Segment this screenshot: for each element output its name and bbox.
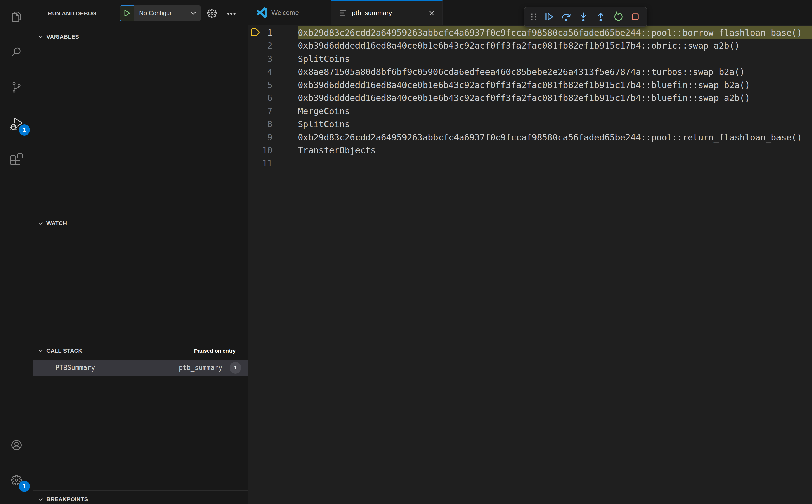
sidebar-title: RUN AND DEBUG — [48, 10, 96, 17]
sidebar-item-source-control[interactable] — [0, 75, 33, 99]
editor-gutter-cell[interactable]: 5 — [248, 78, 298, 92]
code-text: SplitCoins — [298, 118, 350, 131]
continue-button[interactable] — [540, 9, 558, 25]
code-text: 0x8ae871505a80d8bf6bf9c05906cda6edfeea46… — [298, 65, 745, 79]
debug-configuration-label: No Configur — [139, 10, 190, 17]
debug-launch-control: No Configur — [120, 5, 201, 21]
code-line[interactable]: 40x8ae871505a80d8bf6bf9c05906cda6edfeea4… — [248, 65, 812, 79]
section-header-variables[interactable]: VARIABLES — [33, 28, 248, 46]
sidebar-header: RUN AND DEBUG No Configur — [33, 0, 248, 27]
accounts-button[interactable] — [0, 433, 33, 457]
debug-current-line-arrow-icon — [251, 28, 261, 37]
debug-step-over-icon — [561, 11, 572, 22]
section-header-watch[interactable]: WATCH — [33, 214, 248, 232]
ellipsis-icon — [226, 8, 237, 19]
start-debugging-button[interactable] — [120, 5, 134, 21]
code-line[interactable]: 60xb39d6dddedd16ed8a40ce0b1e6b43c92acf0f… — [248, 92, 812, 105]
code-line[interactable]: 10xb29d83c26cdd2a64959263abbcfc4a6937f0c… — [248, 26, 812, 39]
editor-gutter-cell[interactable]: 2 — [248, 39, 298, 53]
editor-gutter-cell[interactable]: 9 — [248, 131, 298, 144]
step-out-button[interactable] — [592, 9, 609, 25]
search-icon — [10, 46, 23, 58]
chevron-down-icon — [37, 33, 44, 40]
close-tab-button[interactable] — [427, 8, 437, 18]
toolbar-drag-handle[interactable] — [527, 9, 540, 25]
code-text: 0xb29d83c26cdd2a64959263abbcfc4a6937f0c9… — [298, 26, 812, 39]
editor-gutter-cell[interactable]: 10 — [248, 144, 298, 157]
section-header-call-stack[interactable]: CALL STACK Paused on entry — [33, 342, 248, 360]
code-line[interactable]: 10TransferObjects — [248, 144, 812, 157]
tab-ptb-summary[interactable]: ptb_summary — [331, 0, 443, 25]
stack-frame-name: PTBSummary — [55, 364, 95, 372]
line-number: 5 — [267, 80, 298, 90]
section-label: BREAKPOINTS — [46, 496, 88, 503]
views-more-actions-button[interactable] — [226, 8, 237, 19]
section-label: VARIABLES — [46, 33, 79, 40]
code-text: 0xb39d6dddedd16ed8a40ce0b1e6b43c92acf0ff… — [298, 92, 750, 105]
tab-label: ptb_summary — [352, 9, 392, 17]
debug-configuration-dropdown[interactable]: No Configur — [134, 5, 201, 21]
sidebar-item-run-and-debug[interactable]: 1 — [0, 112, 33, 136]
debug-step-into-icon — [578, 11, 589, 22]
sidebar-item-extensions[interactable] — [0, 147, 33, 171]
settings-button[interactable]: 1 — [0, 468, 33, 492]
line-number: 10 — [262, 145, 298, 155]
code-text: 0xb39d6dddedd16ed8a40ce0b1e6b43c92acf0ff… — [298, 39, 740, 53]
debug-stop-icon — [630, 11, 641, 22]
line-number: 2 — [267, 41, 298, 51]
line-number: 11 — [262, 158, 298, 169]
code-line[interactable]: 50xb39d6dddedd16ed8a40ce0b1e6b43c92acf0f… — [248, 78, 812, 92]
editor-gutter-cell[interactable]: 6 — [248, 92, 298, 105]
source-control-icon — [10, 81, 23, 93]
account-icon — [10, 439, 23, 451]
close-icon — [428, 9, 436, 17]
code-text: TransferObjects — [298, 144, 376, 157]
tab-label: Welcome — [271, 9, 299, 17]
editor-gutter-cell[interactable]: 4 — [248, 65, 298, 79]
sidebar-item-explorer[interactable] — [0, 5, 33, 29]
editor-gutter-cell[interactable]: 8 — [248, 118, 298, 131]
debug-step-out-icon — [596, 11, 606, 22]
call-stack-frame-row[interactable]: PTBSummary ptb_summary 1 — [33, 360, 248, 376]
files-icon — [10, 11, 23, 23]
code-editor[interactable]: 10xb29d83c26cdd2a64959263abbcfc4a6937f0c… — [248, 25, 812, 504]
section-header-breakpoints[interactable]: BREAKPOINTS — [33, 490, 248, 504]
step-into-button[interactable] — [575, 9, 592, 25]
play-icon — [122, 8, 132, 18]
code-lines: 10xb29d83c26cdd2a64959263abbcfc4a6937f0c… — [248, 26, 812, 170]
step-over-button[interactable] — [558, 9, 575, 25]
settings-badge: 1 — [19, 481, 30, 492]
debug-continue-icon — [544, 11, 554, 22]
line-number: 6 — [267, 93, 298, 103]
restart-button[interactable] — [609, 9, 627, 25]
code-text: SplitCoins — [298, 52, 350, 65]
call-stack-status: Paused on entry — [194, 348, 248, 354]
chevron-down-icon — [37, 348, 44, 354]
code-line[interactable]: 8SplitCoins — [248, 118, 812, 131]
line-number: 1 — [267, 28, 298, 38]
code-line[interactable]: 11 — [248, 157, 812, 170]
open-launch-json-button[interactable] — [207, 8, 217, 19]
stack-frame-line-badge: 1 — [229, 362, 241, 374]
run-debug-sidebar: RUN AND DEBUG No Configur — [33, 0, 248, 504]
editor-gutter-cell[interactable]: 1 — [248, 26, 298, 39]
code-text: 0xb29d83c26cdd2a64959263abbcfc4a6937f0c9… — [298, 131, 802, 144]
editor-gutter-cell[interactable]: 3 — [248, 52, 298, 65]
line-number: 7 — [267, 106, 298, 116]
debug-restart-icon — [613, 11, 623, 22]
stop-button[interactable] — [627, 9, 644, 25]
line-number: 9 — [267, 132, 298, 142]
tab-welcome[interactable]: Welcome — [248, 0, 331, 25]
code-line[interactable]: 90xb29d83c26cdd2a64959263abbcfc4a6937f0c… — [248, 131, 812, 144]
editor-gutter-cell[interactable]: 11 — [248, 157, 298, 170]
code-line[interactable]: 3SplitCoins — [248, 52, 812, 65]
line-number: 3 — [267, 54, 298, 64]
chevron-down-icon — [37, 496, 44, 503]
file-list-icon — [338, 8, 348, 18]
sidebar-item-search[interactable] — [0, 40, 33, 64]
debug-toolbar — [524, 7, 648, 27]
code-line[interactable]: 20xb39d6dddedd16ed8a40ce0b1e6b43c92acf0f… — [248, 39, 812, 53]
section-label: CALL STACK — [46, 348, 82, 354]
editor-gutter-cell[interactable]: 7 — [248, 105, 298, 118]
code-line[interactable]: 7MergeCoins — [248, 105, 812, 118]
